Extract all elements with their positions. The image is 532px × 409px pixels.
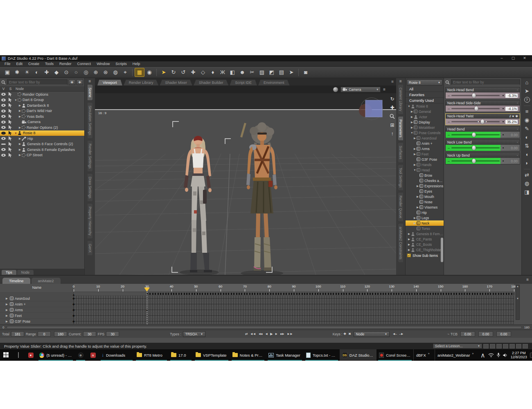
folder-vsptemplate[interactable]: VSPTemplate — [193, 349, 230, 361]
dock-menu-icon[interactable]: ≡ — [399, 79, 402, 83]
maximize-button[interactable]: ▢ — [507, 56, 519, 61]
eye-closed-icon[interactable] — [1, 144, 6, 145]
muscle-flex-2-icon[interactable]: ◗ — [525, 160, 529, 166]
summary-track[interactable]: ▲ — [74, 292, 514, 296]
tab-animate2-constraints[interactable]: aniMate2 Constraints — [398, 224, 403, 262]
nudge-minus-button[interactable]: – — [448, 120, 450, 124]
cursor-check-icon[interactable] — [8, 136, 13, 141]
track-feet[interactable]: ◆ — [74, 313, 514, 319]
quick-filter-favorites[interactable]: Favorites — [406, 92, 444, 98]
timeline-ruler[interactable]: 0102030405060708090100110120130140150160… — [74, 284, 514, 292]
media-app-icon[interactable]: ◉ — [74, 349, 87, 361]
surface-selection-icon[interactable]: ✂ — [247, 68, 257, 77]
param-slider-head-bend[interactable]: Head Bend ◔ – 0.00 — [445, 126, 520, 138]
range-start-field[interactable]: 0 — [38, 331, 51, 337]
recorder-app-icon[interactable]: ● — [25, 349, 37, 361]
rotate-tool-icon[interactable]: ↻ — [169, 68, 178, 77]
param-value[interactable]: 0.00 — [505, 133, 518, 137]
param-group-expressions[interactable]: ▶ G Expressions — [406, 183, 444, 189]
menu-edit[interactable]: Edit — [14, 62, 26, 66]
create-camera-icon[interactable]: ▣ — [2, 68, 12, 77]
cursor-check-icon[interactable] — [8, 98, 13, 102]
close-button[interactable]: ✕ — [519, 56, 530, 61]
param-group-g3f-pose[interactable]: G G3F Pose — [406, 157, 444, 162]
menu-render[interactable]: Render — [56, 62, 74, 66]
keyframe-icon[interactable]: ◆ — [72, 302, 75, 306]
panel-slide-icon[interactable]: ⇄ — [525, 172, 529, 178]
nudge-minus-button[interactable]: – — [448, 146, 450, 150]
next-frame-button[interactable]: ► — [275, 332, 277, 336]
nudge-minus-button[interactable]: – — [448, 94, 450, 98]
muscle-flex-icon[interactable]: ◖ — [525, 152, 529, 157]
whats-this-icon[interactable]: ➤ — [525, 88, 529, 94]
slider-handle[interactable] — [475, 106, 478, 111]
scene-node-cp-street[interactable]: ▶ CP Street — [0, 153, 84, 158]
menu-help[interactable]: Help — [130, 62, 143, 66]
folder-17[interactable]: 17.0 — [169, 349, 193, 361]
eye-icon[interactable] — [1, 115, 6, 118]
track-name-anim[interactable]: ▶ G Anim + — [0, 301, 73, 307]
taskbar-clock[interactable]: 2:27 PM12/8/2023 — [511, 351, 527, 360]
create-primitive-icon[interactable]: ◍ — [110, 68, 120, 77]
next-key-button[interactable]: ●► — [280, 332, 284, 336]
param-group-nose[interactable]: G Nose — [406, 199, 444, 204]
parameter-filter-input[interactable] — [451, 79, 520, 85]
cursor-check-icon[interactable] — [8, 153, 13, 157]
param-group-genesis-8-fema[interactable]: ▶ Genesis 8 Fema... — [406, 231, 444, 236]
expand-icon[interactable]: ▶ — [5, 297, 9, 300]
slider-handle[interactable] — [472, 159, 476, 163]
orbit-icon[interactable]: ↻ — [390, 97, 394, 101]
timeline-range-bar[interactable]: 0 180 — [0, 324, 532, 330]
minimize-button[interactable]: – — [496, 56, 507, 61]
track-aeonsoul[interactable]: ◆ — [74, 296, 514, 301]
types-dropdown[interactable]: TRSOA▼ — [183, 331, 205, 337]
daz-studio-window-button[interactable]: DSDAZ Studio 4.... — [340, 349, 376, 361]
geometry-editor-icon[interactable]: ◧ — [228, 68, 237, 77]
keyframe-icon[interactable]: ◆ — [72, 314, 75, 317]
tcb-field-3[interactable]: 0.00 — [496, 331, 511, 337]
panel-menu-icon[interactable]: ≡ — [89, 79, 91, 83]
tab-tool-settings[interactable]: Tool Settings — [398, 165, 403, 191]
track-arms[interactable]: ◆ ▲ — [74, 307, 514, 313]
create-group-icon[interactable]: ○ — [71, 68, 81, 77]
param-group-ce-boots[interactable]: ▶ CE_Boots — [406, 242, 444, 247]
zoom-icon[interactable] — [390, 114, 395, 119]
param-group-hands[interactable]: ▶ G Hands — [406, 162, 444, 167]
cursor-check-icon[interactable] — [8, 142, 13, 146]
param-group-cheeks-an[interactable]: G Cheeks an... — [406, 178, 444, 183]
dial-icon[interactable]: ◔ — [516, 88, 518, 92]
track-g3f-pose[interactable]: ◆ — [74, 319, 514, 324]
lesson-nav-button-6[interactable] — [516, 344, 521, 348]
checkbox-checked-icon[interactable]: ✓ — [407, 254, 411, 257]
menu-create[interactable]: Create — [25, 62, 42, 66]
scene-node-camera[interactable]: Camera — [0, 119, 84, 125]
param-slider-neck-head-side-side[interactable]: Neck-Head Side-Side ◔ – -4.1% — [445, 100, 520, 112]
deskband-animate2[interactable]: aniMate2_Webinar» — [435, 349, 477, 361]
timeline-tracks[interactable]: ▲ ◆ ◆ ◆ ▲ ◆ ◆ — [74, 292, 514, 324]
figure-selector[interactable]: Rosie 8 ▼ — [407, 79, 442, 85]
param-value[interactable]: 0.00 — [505, 159, 518, 163]
param-value[interactable]: -5.3% — [505, 94, 518, 98]
timeline-menu-icon[interactable]: ≡ — [526, 277, 529, 282]
add-key-icon[interactable]: ✚ — [343, 332, 346, 336]
param-group-mouth[interactable]: ▶ G Mouth — [406, 194, 444, 199]
spot-render-icon[interactable]: ▤ — [277, 68, 286, 77]
drawstyle-sphere-icon[interactable] — [333, 87, 338, 92]
aux-viewport-icon[interactable]: ◉ — [144, 68, 154, 77]
help-icon[interactable]: ? — [524, 97, 530, 103]
nudge-minus-button[interactable]: – — [448, 159, 450, 163]
gear-icon[interactable]: ✱ — [515, 115, 518, 118]
next-key-nav-icon[interactable]: –► — [399, 332, 403, 336]
scene-node-rosie-8[interactable]: ▼ Rosie 8 — [0, 130, 84, 136]
slider-track[interactable] — [451, 95, 500, 96]
track-name-feet[interactable]: ▶ G Feet — [0, 313, 73, 319]
red-app-icon[interactable]: a — [87, 349, 99, 361]
menu-connect[interactable]: Connect — [74, 62, 94, 66]
pointer-options-icon[interactable]: ➤ — [286, 68, 296, 77]
dial-icon[interactable]: ◔ — [516, 141, 518, 144]
cursor-check-icon[interactable] — [8, 125, 13, 130]
param-group-display[interactable]: ▶ G Display — [406, 119, 444, 125]
prev-key-nav-icon[interactable]: ◄– — [392, 332, 397, 336]
param-group-torso[interactable]: G Torso — [406, 226, 444, 231]
deskband-dbfx[interactable]: dBFX» — [413, 349, 435, 361]
